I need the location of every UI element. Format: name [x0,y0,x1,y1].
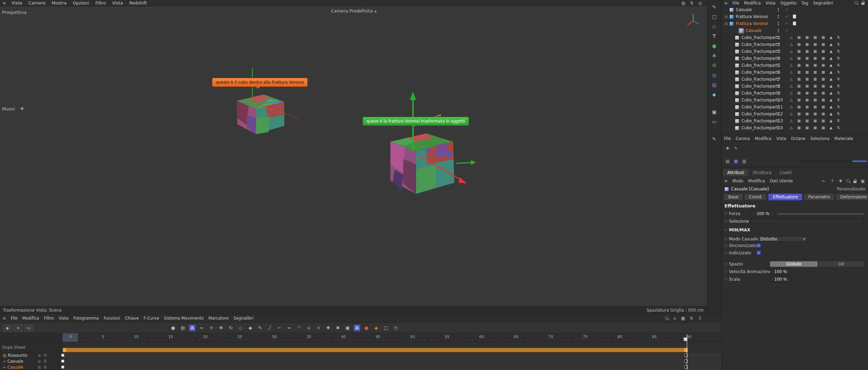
tag-strip-icons[interactable]: △ ▦ ▦ ▦ ▦ ▲ ⇅ [790,35,865,39]
expand-toggle[interactable]: ⊟ [724,15,729,19]
object-track-icon[interactable]: ≈ [3,365,6,370]
track-lane[interactable] [63,353,721,358]
parent-up-icon[interactable]: ↑ [829,178,835,184]
tag-strip-icons[interactable]: △ ▦ ▦ ▦ ▦ ▲ ⇅ [790,70,865,74]
tl-menu-segnalibri[interactable]: Segnalibri [231,316,256,321]
tag-strip-icons[interactable]: △ ▦ ▦ ▦ ▦ ▲ ⇅ [790,56,865,60]
ease-in-icon[interactable]: ◠ [295,324,302,331]
menu-opzioni[interactable]: Opzioni [70,0,92,6]
tab-livelli[interactable]: Livelli [776,169,796,176]
grid-view-icon[interactable]: ▦ [733,158,739,164]
filter-sphere-icon[interactable]: ● [170,324,177,331]
edit-material-icon[interactable]: ✎ [733,146,739,151]
tag-strip-icons[interactable]: △ ▦ ▦ ▦ ▦ ▲ ⇅ [790,118,865,123]
step-interp-icon[interactable]: ⌐ [276,324,283,331]
lock-icon[interactable] [861,1,865,5]
anim-dot-icon[interactable]: ○ [724,277,727,281]
anim-dot-icon[interactable]: ○ [724,219,727,223]
add-icon[interactable]: ✚ [837,178,844,184]
spazio-globale-button[interactable]: Globale [770,261,818,267]
tab-deformatore[interactable]: Deformatore [836,194,868,200]
enabled-check-icon[interactable]: ✓ [785,28,788,33]
save-icon[interactable]: ↧ [697,315,703,321]
object-row[interactable]: ⊟Frattura Voronoi✓ [722,20,868,27]
tl-menu-vista[interactable]: Vista [56,316,71,321]
auto-key-icon[interactable]: A [189,325,195,331]
fcurve-mode-icon[interactable]: ≈ [14,324,23,331]
enabled-check-icon[interactable]: ✓ [785,14,788,19]
position-key-icon[interactable]: ✛ [208,324,215,331]
visibility-dots[interactable] [778,125,779,130]
polygons-mode-icon[interactable]: ⚙ [709,61,720,69]
enabled-check-icon[interactable]: ✓ [785,21,788,26]
history-back-icon[interactable]: ← [821,178,827,184]
tab-struttura[interactable]: Struttura [748,169,776,176]
track-toggle-icons[interactable]: ◎ Ⓢ [38,365,48,370]
forza-input[interactable]: 100 % [751,211,775,216]
visibility-dots[interactable] [778,14,779,19]
layers-icon[interactable]: ▤ [179,324,186,331]
tab-base[interactable]: Base [724,194,743,200]
mat-menu-corona[interactable]: Corona [733,136,752,141]
visibility-dots[interactable] [778,98,779,102]
keyframe[interactable] [61,365,64,369]
new-material-icon[interactable]: ✚ [724,146,731,151]
keyframe[interactable] [61,354,64,357]
expand-toggle[interactable]: ⊟ [724,22,729,26]
pen-icon[interactable]: ✎ [257,324,263,331]
tl-menu-filtro[interactable]: Filtro [41,316,56,321]
list-view-icon[interactable]: ▤ [724,158,731,164]
rotation-key-icon[interactable]: ↻ [227,324,234,331]
object-row[interactable]: Casuale✓ [722,6,868,13]
cube-object[interactable] [228,66,306,142]
anim-dot-icon[interactable]: ○ [724,244,727,247]
object-row[interactable]: Cubo_fracturepart9△ ▦ ▦ ▦ ▦ ▲ ⇅ [722,90,868,97]
pin-icon[interactable]: ◎ [697,0,703,6]
tag-strip-icons[interactable]: △ ▦ ▦ ▦ ▦ ▲ ⇅ [790,112,865,116]
visibility-dots[interactable] [778,105,779,109]
pen-icon[interactable]: ✎ [709,135,720,143]
object-row[interactable]: Cubo_fracturepart10△ ▦ ▦ ▦ ▦ ▲ ⇅ [722,97,868,104]
tag-strip-icons[interactable]: △ ▦ ▦ ▦ ▦ ▲ ⇅ [790,125,865,130]
fractured-cube-object[interactable] [374,90,492,205]
sincronizzato-checkbox[interactable]: ✓ [756,243,761,248]
mat-menu-modifica[interactable]: Modifica [752,136,774,141]
menu-filtro[interactable]: Filtro [92,0,109,6]
menu-mostra[interactable]: Mostra [49,0,70,6]
tl-menu-chiave[interactable]: Chiave [123,316,141,321]
tab-coord[interactable]: Coord. [744,194,767,200]
frame-all-icon[interactable]: ⌂ [672,315,678,321]
key-icon[interactable]: ◈ [373,324,380,331]
visibility-dots[interactable] [778,84,779,89]
search-icon[interactable] [846,179,851,183]
mat-menu-seleziona[interactable]: Seleziona [808,136,832,141]
tag-strip-icons[interactable]: △ ▦ ▦ ▦ ▦ ▲ ⇅ [790,49,865,53]
tag-strip-icons[interactable]: △ ▦ ▦ ▦ ▦ ▲ ⇅ [790,84,865,88]
tag-strip-icons[interactable]: △ ▦ ▦ ▦ ▦ ▲ ⇅ [790,42,865,46]
spline-interp-icon[interactable]: ≈ [286,324,293,331]
object-axis-icon[interactable]: ◇ [709,22,720,31]
tag-strip-icons[interactable]: △ ▦ ▦ ▦ ▦ ▲ ⇅ [790,77,865,81]
anim-dot-icon[interactable]: ○ [724,212,727,215]
enable-axis-icon[interactable]: ◎ [709,71,720,79]
motion-mode-icon[interactable]: ▭ [24,324,33,331]
grid-icon[interactable]: ▣ [860,178,866,184]
spazio-uv-button[interactable]: UV [819,261,864,267]
search-icon[interactable] [854,1,859,5]
track-row[interactable]: ▤ Riassunto ◎ Ⓢ [0,353,721,359]
timeline-ruler[interactable]: 0 5 10 15 20 25 30 35 40 45 50 55 60 65 … [0,333,721,342]
menu-vista[interactable]: Vista [109,0,126,6]
enabled-check-icon[interactable]: ✓ [785,7,788,12]
keyframe[interactable] [61,360,64,363]
object-track-icon[interactable]: ≈ [3,359,6,364]
compact-view-icon[interactable]: ▥ [741,158,747,164]
track-row[interactable]: ≈ Casuale ◎ Ⓢ [0,364,721,370]
auto-key-icon[interactable]: A [354,325,360,331]
object-row[interactable]: ⊟Frattura Voronoi✓ [722,13,868,20]
object-row[interactable]: Cubo_fracturepart13△ ▦ ▦ ▦ ▦ ▲ ⇅ [722,117,868,124]
record-icon[interactable]: ● [363,324,370,331]
tl-menu-sistema-movimento[interactable]: Sistema Movimento [162,316,206,321]
am-menu-icon[interactable]: ≡ [723,178,729,184]
magnet-snap-icon[interactable]: ∩ [315,324,322,331]
dope-sheet-mode-icon[interactable]: ◈ [3,324,12,331]
